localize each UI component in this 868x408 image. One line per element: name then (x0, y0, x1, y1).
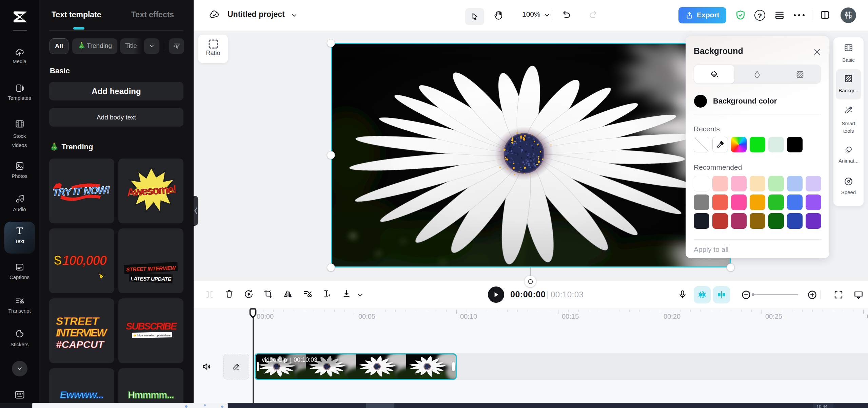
svg-text:100,000: 100,000 (62, 253, 107, 268)
svg-text:|: | (290, 357, 291, 363)
svg-text:SUBSCRIBE: SUBSCRIBE (126, 321, 177, 332)
svg-text:Hmmmm...: Hmmmm... (128, 390, 174, 400)
svg-text:👉 More interesting updates he: 👉 More interesting updates here (133, 334, 171, 337)
svg-text:Ewwww...: Ewwww... (60, 389, 103, 400)
svg-text:$: $ (54, 253, 61, 268)
svg-text:LATEST UPDATE: LATEST UPDATE (131, 276, 172, 282)
svg-text:INTERVIEW: INTERVIEW (56, 327, 108, 339)
svg-text:STREET: STREET (56, 315, 100, 327)
svg-text:video clip: video clip (262, 356, 287, 363)
svg-text:#CAPCUT: #CAPCUT (56, 339, 105, 350)
svg-text:00:10:03: 00:10:03 (294, 356, 317, 363)
